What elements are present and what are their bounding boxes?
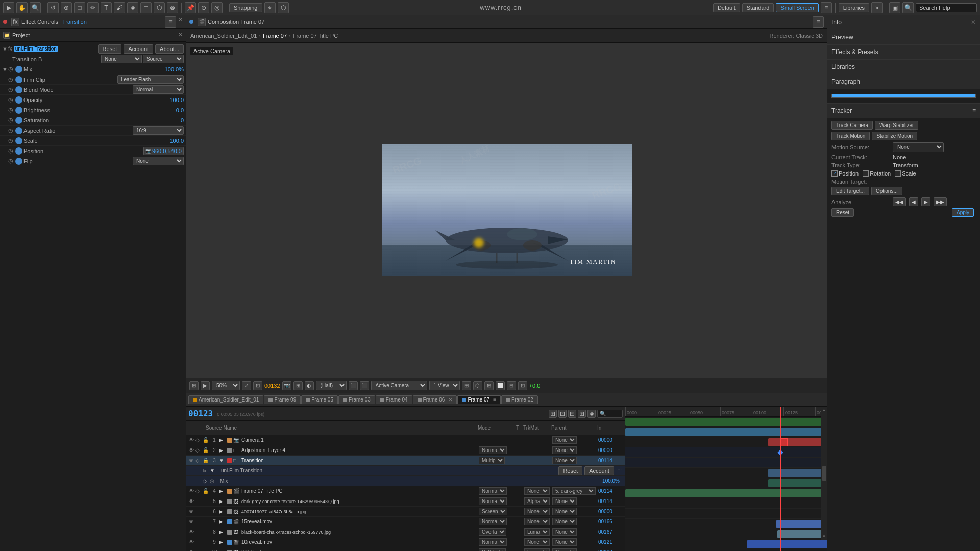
ct-view1-icon[interactable]: ⬛ [349,381,358,390]
lr-expand-mix[interactable]: ◇ [203,478,210,484]
search-input[interactable] [916,3,977,12]
ct-preview-icon[interactable]: ▶ [201,381,210,390]
tl-scrollbar[interactable]: ▲ ▼ [821,407,827,540]
pen-tool[interactable]: ✏ [87,2,99,13]
bc-item-2[interactable]: Frame 07 [263,33,287,39]
fx-reset-sub[interactable]: Reset [558,466,582,475]
analyze-prev-btn[interactable]: ◀ [909,197,918,206]
text-tool[interactable]: T [101,2,112,13]
tl-btn4[interactable]: ⊞ [578,410,586,418]
scale-stopwatch[interactable]: ◷ [8,137,15,144]
rect-tool[interactable]: □ [74,2,85,13]
ct-layout-icon[interactable]: ⊞ [462,381,471,390]
scroll-down[interactable]: ▼ [822,534,826,539]
lr-expand-1[interactable]: ▶ [219,437,226,443]
saturation-value[interactable]: 0 [181,117,184,123]
fx-reset-btn[interactable]: Reset [98,44,122,54]
tl-tab-frame04[interactable]: Frame 04 [376,395,412,404]
blendmode-stopwatch[interactable]: ◷ [8,86,15,93]
arrow-icon[interactable]: » [871,2,883,13]
view-select[interactable]: 1 View [429,381,460,390]
position-input-box[interactable]: 📷 960.0,540.0 [143,147,184,155]
bc-item-3[interactable]: Frame 07 Title PC [293,33,338,39]
blend-mode-dropdown[interactable]: Normal [133,85,184,94]
hand-tool[interactable]: ✋ [16,2,28,13]
tracker-header[interactable]: Tracker ≡ [827,104,980,118]
tl-btn1[interactable]: ⊞ [549,410,557,418]
lr-expand-fx[interactable]: ▼ [210,468,217,473]
project-close[interactable]: ✕ [178,32,183,38]
position-checkbox[interactable] [831,170,838,177]
flip-dropdown[interactable]: None [133,157,184,165]
options-btn[interactable]: Options... [871,187,902,195]
brightness-value[interactable]: 0.0 [176,107,184,113]
tl-btn3[interactable]: ⊟ [568,410,576,418]
preview-header[interactable]: Preview [827,30,980,44]
lr-expand-6[interactable]: ▶ [219,509,226,514]
camera-select[interactable]: Active Camera [371,381,427,390]
opacity-value[interactable]: 100.0 [169,97,184,103]
eye-8[interactable]: 👁 [187,529,195,535]
position-value[interactable]: 960.0,540.0 [152,148,182,154]
pin3-tool[interactable]: ◎ [211,2,223,13]
libraries-btn[interactable]: Libraries [839,3,869,12]
ct-ruler-icon[interactable]: ⊟ [507,381,516,390]
tl-tab-frame09[interactable]: Frame 09 [264,395,301,404]
lr-expand-3[interactable]: ▼ [219,458,226,463]
fx-account-btn[interactable]: Account [124,44,153,54]
ct-3d-icon[interactable]: ⬡ [473,381,482,390]
eye-1[interactable]: 👁 [187,437,195,443]
aspect-stopwatch[interactable]: ◷ [8,127,15,134]
media-icon[interactable]: ▣ [889,2,900,13]
warp-stabilizer-btn[interactable]: Warp Stabilizer [875,121,918,130]
ct-fit-icon[interactable]: ⤢ [242,381,251,390]
track-camera-btn[interactable]: Track Camera [831,121,873,130]
position-stopwatch[interactable]: ◷ [8,147,15,154]
flip-stopwatch[interactable]: ◷ [8,158,15,164]
ct-cam-icon[interactable]: 📷 [282,381,291,390]
eraser-tool[interactable]: ◻ [140,2,152,13]
effects-presets-header[interactable]: Effects & Presets [827,45,980,59]
fx-expand[interactable]: ▼ [2,46,8,52]
lr-expand-8[interactable]: ▶ [219,529,226,535]
lr-expand-2[interactable]: ▶ [219,447,226,453]
quality-select[interactable]: (Half) (Full) [316,381,347,390]
panel-menu-icon[interactable]: ≡ [165,16,176,28]
filmclip-stopwatch[interactable]: ◷ [8,76,15,83]
3d-icon[interactable]: ⬡ [278,2,289,13]
scale-checkbox[interactable] [895,170,901,177]
tracker-menu[interactable]: ≡ [972,107,976,114]
paragraph-header[interactable]: Paragraph [827,74,980,89]
tl-tab-american[interactable]: American_Soldier_Edit_01 [188,395,263,404]
ct-view2-icon[interactable]: ⬛ [360,381,369,390]
scale-value[interactable]: 100.0 [169,138,184,144]
snapping-btn[interactable]: Snapping [229,3,262,12]
pin2-tool[interactable]: ⊙ [198,2,209,13]
tl-tab-frame06[interactable]: Frame 06 ✕ [413,395,457,404]
rotation-checkbox[interactable] [863,170,869,177]
lr-expand-7[interactable]: ▶ [219,519,226,524]
tab-menu[interactable]: ≡ [493,397,496,403]
info-close[interactable]: ✕ [971,19,976,26]
eye-6[interactable]: 👁 [187,509,195,514]
zoom-tool[interactable]: 🔍 [30,2,41,13]
lr-expand-9[interactable]: ▶ [219,539,226,545]
track-motion-btn[interactable]: Track Motion [831,132,870,140]
ct-grid-icon[interactable]: ⊞ [484,381,494,390]
edit-target-btn[interactable]: Edit Target... [831,187,869,195]
panel-close[interactable]: ✕ [178,16,183,28]
clone-tool[interactable]: ◈ [127,2,138,13]
mix-value[interactable]: 100.0% [165,66,184,72]
libraries-header[interactable]: Libraries [827,60,980,74]
motion-source-select[interactable]: None [893,142,944,152]
mix-sub-value[interactable]: 100.0% [602,478,624,484]
fx-dots[interactable]: ···· [616,466,622,475]
ct-safe-icon[interactable]: ⬜ [496,381,505,390]
rotation-tool[interactable]: ↺ [47,2,59,13]
select-tool[interactable]: ▶ [3,2,14,13]
tl-tab-frame05[interactable]: Frame 05 [301,395,338,404]
ct-region-icon[interactable]: ⊞ [189,381,199,390]
fx-account-sub[interactable]: Account [584,466,614,475]
eye-9[interactable]: 👁 [187,539,195,545]
tl-btn2[interactable]: ⊡ [558,410,567,418]
